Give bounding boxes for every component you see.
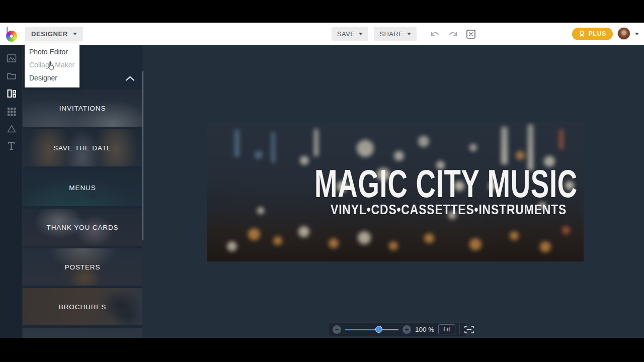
category-tile-menus[interactable]: MENUS	[23, 169, 142, 206]
share-label: SHARE	[379, 30, 403, 38]
folder-icon	[6, 70, 17, 81]
befunky-logo-icon[interactable]	[6, 27, 19, 42]
top-toolbar: DESIGNER SAVE SHARE	[0, 23, 644, 45]
sidebar-item-projects[interactable]	[0, 67, 23, 84]
app-mode-dropdown-menu: Photo Editor Collage Maker Designer	[25, 43, 79, 87]
design-canvas[interactable]: MAGIC CITY MUSIC VINYL•CDS•CASSETTES•INS…	[207, 122, 584, 261]
save-button[interactable]: SAVE	[332, 27, 368, 41]
category-tile-partial[interactable]	[23, 328, 142, 338]
category-label: MENUS	[23, 169, 142, 206]
category-label: POSTERS	[23, 248, 142, 286]
undo-icon[interactable]	[430, 30, 441, 39]
logo-hole	[10, 34, 14, 38]
template-category-list: INVITATIONS SAVE THE DATE MENUS THANK YO…	[23, 89, 142, 338]
tool-sidebar: T	[0, 45, 23, 338]
medal-icon	[579, 30, 585, 37]
collapse-chevron-up-icon[interactable]	[124, 74, 136, 84]
divider	[459, 324, 460, 335]
category-tile-thank-you-cards[interactable]: THANK YOU CARDS	[23, 209, 142, 246]
design-subtitle-text[interactable]: VINYL•CDS•CASSETTES•INSTRUMENTS	[331, 202, 567, 218]
zoom-slider-thumb[interactable]	[375, 326, 382, 333]
design-title-text[interactable]: MAGIC CITY MUSIC	[314, 164, 578, 203]
document-actions: SAVE SHARE	[332, 27, 476, 41]
category-tile-invitations[interactable]: INVITATIONS	[23, 89, 142, 127]
screen: DESIGNER SAVE SHARE	[0, 0, 644, 362]
chevron-down-icon	[407, 33, 411, 35]
zoom-percentage: 100 %	[415, 326, 434, 333]
zoom-slider-fill	[345, 329, 379, 330]
redo-icon[interactable]	[447, 30, 458, 39]
zoom-out-button[interactable]: −	[333, 325, 341, 334]
app-mode-label: DESIGNER	[31, 30, 68, 38]
sidebar-item-patterns[interactable]	[0, 102, 23, 120]
fit-button[interactable]: Fit	[438, 324, 455, 334]
category-label: INVITATIONS	[23, 89, 142, 127]
zoom-in-button[interactable]: +	[403, 325, 411, 334]
sidebar-item-images[interactable]	[0, 49, 23, 67]
category-tile-posters[interactable]: POSTERS	[23, 248, 142, 286]
panel-scrollbar[interactable]	[142, 71, 143, 240]
sidebar-item-text[interactable]: T	[0, 137, 23, 155]
fullscreen-fit-icon[interactable]	[464, 325, 474, 334]
app-mode-menu-button[interactable]: DESIGNER	[25, 27, 83, 41]
zoom-toolbar: − + 100 % Fit	[328, 322, 467, 336]
close-project-icon[interactable]	[466, 29, 476, 39]
templates-panel: INVITATIONS SAVE THE DATE MENUS THANK YO…	[23, 45, 142, 338]
grid-icon	[6, 106, 17, 117]
category-tile-brochures[interactable]: BROCHURES	[23, 288, 142, 325]
account-chevron-down-icon[interactable]	[635, 33, 639, 35]
app-window: DESIGNER SAVE SHARE	[0, 23, 644, 338]
image-icon	[6, 53, 17, 64]
avatar[interactable]	[617, 27, 630, 40]
minus-icon: −	[335, 326, 339, 333]
zoom-slider[interactable]	[345, 329, 398, 330]
sidebar-item-graphics[interactable]	[0, 120, 23, 137]
sidebar-item-templates[interactable]	[0, 84, 23, 102]
account-area: PLUS	[572, 27, 639, 40]
letterbox-top	[0, 0, 644, 23]
chevron-down-icon	[359, 33, 363, 35]
plus-label: PLUS	[589, 30, 606, 37]
category-label: BROCHURES	[23, 288, 142, 325]
category-label: SAVE THE DATE	[23, 129, 142, 166]
menu-item-designer[interactable]: Designer	[25, 71, 79, 84]
chevron-down-icon	[73, 33, 77, 35]
tile-shade	[23, 328, 142, 338]
workspace: T INVITATIONS SAVE THE DATE	[0, 45, 644, 338]
share-button[interactable]: SHARE	[374, 27, 417, 41]
plus-upgrade-button[interactable]: PLUS	[572, 28, 613, 40]
text-icon: T	[8, 141, 15, 151]
category-tile-save-the-date[interactable]: SAVE THE DATE	[23, 129, 142, 166]
shapes-triangle-icon	[6, 123, 17, 134]
menu-item-photo-editor[interactable]: Photo Editor	[25, 45, 79, 58]
plus-icon: +	[405, 326, 409, 333]
templates-icon	[6, 88, 17, 99]
menu-item-collage-maker[interactable]: Collage Maker	[25, 58, 79, 71]
letterbox-bottom	[0, 338, 644, 362]
save-label: SAVE	[337, 30, 355, 38]
category-label: THANK YOU CARDS	[23, 209, 142, 246]
